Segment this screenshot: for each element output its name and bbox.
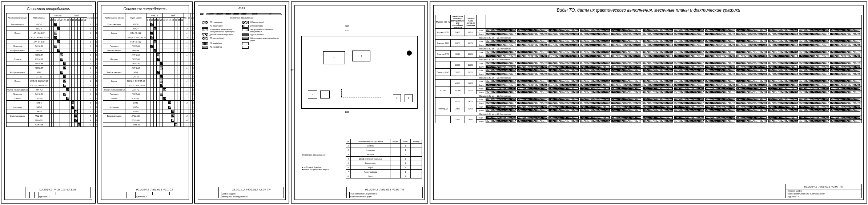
plan-bar: ТО-1: [768, 62, 798, 64]
fact-bar: ТО-1: [517, 33, 547, 35]
plan-bar: ТО-1: [643, 69, 673, 72]
plan-bar: ТО-1: [799, 69, 829, 72]
maintenance-gantt-table: Марка и хоз. № Наработка от начала экспл…: [435, 15, 862, 123]
scale-note-row: Масштаб: В 1 мм — 30,1 т топлива: [435, 47, 862, 51]
chart-block: 196.75: [239, 13, 249, 14]
fact-bar: ТО-1: [643, 109, 673, 112]
plan-bar: ТК: [674, 51, 704, 53]
fact-bar: ТО-1: [830, 91, 860, 93]
fact-bar: ТК: [674, 55, 704, 57]
fact-bar: ТО-1: [830, 102, 860, 104]
plan-bar: ТО-2: [611, 62, 642, 64]
sheet2-title: Списочная потребность: [103, 7, 187, 11]
table-row: СеялкиСЗС-3,6; СКНК;6Т-1010.81: [7, 79, 108, 83]
plan-bar: ТО-1: [830, 80, 860, 83]
fact-bar: ТО-1: [768, 33, 798, 35]
fact-bar: ТО-1: [643, 65, 673, 68]
plan-bar: ТО-2: [486, 98, 516, 101]
fact-bar: ТР: [705, 109, 735, 112]
plan-bar: ТО-1: [736, 105, 767, 108]
fact-bar: ТО-1: [830, 73, 860, 75]
legend-label: Другие работы: [250, 33, 282, 36]
gantt-bar: [154, 40, 157, 43]
fact-bar: ТО-1: [611, 44, 642, 46]
fact-bar: ТО-1: [736, 91, 767, 93]
fact-bar: ТК: [548, 55, 579, 57]
chart-block: 309.7: [206, 13, 217, 14]
fact-bar: ТО-1: [580, 91, 610, 93]
gantt-plan-row: Кировец К7006240020000планТО-1ТО-1ТО-1ТО…: [435, 29, 862, 32]
fact-bar: ТО-1: [799, 109, 829, 112]
fact-bar: ТО-1: [736, 102, 767, 104]
day-header: 30: [84, 18, 87, 22]
table-row: 2Установка1: [346, 148, 422, 152]
day-header: 20: [60, 18, 63, 22]
plan-bar: ТКР: [486, 87, 516, 90]
fact-bar: ТО-1: [548, 84, 579, 86]
legend-swatch: [202, 37, 208, 40]
table-row: СЗС-3,6; СКНК;6Т-1010.81: [7, 83, 108, 88]
fact-bar: ТК: [830, 55, 860, 57]
plan-bar: ТО-1: [768, 116, 798, 119]
plan-bar: ТК: [705, 51, 735, 53]
plan-bar: ТО-1: [799, 62, 829, 64]
gantt-bar: [157, 58, 160, 61]
gantt-bar: [66, 97, 69, 100]
plan-bar: ТО-1: [548, 98, 579, 101]
fact-bar: ТО-1: [548, 73, 579, 75]
plan-bar: ТО-1: [674, 98, 704, 101]
fact-bar: ТО-1: [643, 44, 673, 46]
plan-bar: ТО-1: [799, 98, 829, 101]
gantt-bar: [163, 88, 166, 91]
gantt-bar: [54, 23, 57, 26]
fact-bar: ТО-1: [611, 73, 642, 75]
fact-bar: ТО-1: [705, 120, 735, 122]
chart-block: 196.75: [217, 13, 223, 14]
day-header: 30: [163, 18, 166, 22]
plan-bar: ТО-1: [517, 98, 547, 101]
gantt-fact-row: фактТО-2ТО-1ТО-1ТО-1ТО-1ТО-1ТО-1ТО-1ТО-1…: [435, 101, 862, 105]
plan-bar: ТО-1: [611, 116, 642, 119]
fact-bar: ТО-1: [799, 65, 829, 68]
plan-bar: ТК: [611, 51, 642, 53]
fact-bar: ТК: [643, 55, 673, 57]
day-header: 20: [174, 18, 177, 22]
plan-bar: ТО-1: [643, 40, 673, 43]
gantt-bar: [168, 106, 171, 109]
fact-bar: ТО-1: [548, 120, 579, 122]
fact-bar: ТО-1: [768, 109, 798, 112]
table-row: КТН-4,4-1-0210.80: [7, 40, 108, 44]
fact-bar: ТО-1: [486, 33, 516, 35]
day-header: 30: [66, 18, 69, 22]
table-row: ПогрузчикПКУ-0.8А10.82: [103, 44, 204, 48]
fact-bar: ТО-1: [517, 73, 547, 75]
plan-bar: ТО-1: [517, 87, 547, 90]
plan-bar: ТК: [736, 51, 767, 53]
plan-bar: ТО-1: [548, 29, 579, 32]
fact-bar: ТО-1: [768, 44, 798, 46]
plan-bar: ТО-1: [705, 98, 735, 101]
fact-bar: ТО-1: [799, 84, 829, 86]
sheet-2-spec-demand: Списочная потребность Наименование машин…: [97, 1, 193, 204]
spec-table-2: Наименование машин Марка машин АПРЕЛЬ МА…: [103, 13, 204, 127]
plan-bar: ТО-1: [768, 40, 798, 43]
fact-bar: ТО-1: [643, 33, 673, 35]
gantt-fact-row: фактТО-1ТО-1ТО-1ТО-2ТО-1ТО-1ТО-1ТО-2ТО-1…: [435, 32, 862, 36]
gantt-plan-row: МТЗ 8222.90015200планТКРТО-1ТО-1ТО-1ТО-1…: [435, 87, 862, 91]
plan-bar: ТО-1: [799, 87, 829, 90]
fact-bar: ТО-2: [611, 65, 642, 68]
plan-bar: ТО-1: [674, 69, 704, 72]
plan-item-3: 3: [405, 94, 413, 102]
table-row: СТВ-630.81: [103, 101, 204, 105]
legend-label: ТО тракторов: [210, 25, 241, 28]
fact-bar: Т: [548, 44, 579, 46]
legend-swatch: [242, 25, 249, 28]
title-block-2: 02.2014.2-7406.013-42.1.03 Бурлаков Г.П.: [122, 187, 187, 198]
fact-bar: ТКР: [486, 91, 516, 93]
fact-bar: ТР: [830, 33, 860, 35]
fact-bar: ТО-1: [674, 102, 704, 104]
plan-bar: ТО-1: [736, 87, 767, 90]
fact-bar: ТО-1: [736, 33, 767, 35]
chart-block: 823.2: [233, 13, 238, 14]
fact-bar: ТО-1: [486, 73, 516, 75]
